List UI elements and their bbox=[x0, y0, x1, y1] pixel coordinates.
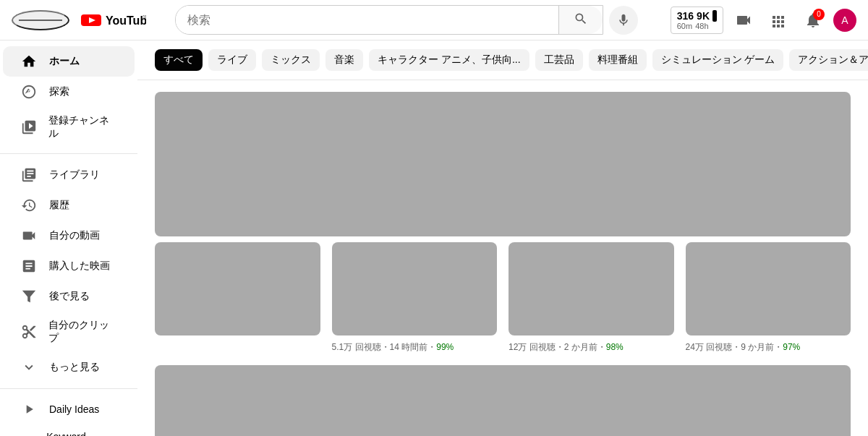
grid-icon bbox=[770, 12, 787, 29]
video-pct-1-2: 99% bbox=[436, 342, 454, 352]
chip-cooking[interactable]: 料理番組 bbox=[589, 49, 647, 71]
chip-mix[interactable]: ミックス bbox=[262, 49, 320, 71]
video-thumb-1-4 bbox=[686, 242, 851, 335]
upload-icon bbox=[735, 12, 752, 29]
explore-icon bbox=[20, 84, 38, 100]
upload-button[interactable] bbox=[729, 6, 758, 35]
grid-button[interactable] bbox=[764, 6, 793, 35]
sidebar-label-keyword-inspector: Keyword Inspector bbox=[46, 431, 117, 436]
sidebar-label-history: 履歴 bbox=[49, 199, 69, 212]
video-views-1-4: 24万 回視聴・9 か月前・ bbox=[686, 342, 783, 352]
stats-numbers: 316 9K 60m 48h bbox=[677, 10, 717, 30]
chip-action[interactable]: アクション＆アド... bbox=[789, 49, 868, 71]
home-icon bbox=[20, 54, 38, 69]
chip-music[interactable]: 音楽 bbox=[326, 49, 363, 71]
logo[interactable]: YouTube JP bbox=[81, 13, 146, 27]
library-icon bbox=[20, 167, 38, 183]
watchlater-icon bbox=[20, 288, 38, 304]
hamburger-button[interactable] bbox=[12, 10, 69, 30]
sidebar-item-explore[interactable]: 探索 bbox=[3, 77, 135, 107]
clips-icon bbox=[20, 324, 37, 340]
sidebar-label-clips: 自分のクリップ bbox=[48, 319, 117, 345]
mic-icon bbox=[616, 13, 631, 27]
sidebar-label-watchlater: 後で見る bbox=[49, 290, 90, 303]
search-bar bbox=[175, 5, 603, 35]
sidebar-item-keyword-inspector[interactable]: Keyword Inspector bbox=[3, 424, 135, 436]
header-left: YouTube JP bbox=[12, 10, 146, 30]
sidebar-item-library[interactable]: ライブラリ bbox=[3, 160, 135, 190]
video-info-1-4: 24万 回視聴・9 か月前・97% bbox=[686, 341, 851, 354]
video-thumb-1-3 bbox=[509, 242, 674, 335]
sidebar-item-subscriptions[interactable]: 登録チャンネル bbox=[3, 107, 135, 148]
video-views-1-3: 12万 回視聴・2 か月前・ bbox=[509, 342, 606, 352]
sidebar-item-history[interactable]: 履歴 bbox=[3, 190, 135, 221]
videos-section: 5.1万 回視聴・14 時間前・99% 12万 回視聴・2 か月前・98% bbox=[137, 80, 868, 436]
sidebar-item-more[interactable]: もっと見る bbox=[3, 352, 135, 382]
svg-text:JP: JP bbox=[142, 14, 146, 20]
chip-anime[interactable]: キャラクター アニメ、子供向... bbox=[369, 49, 529, 71]
sidebar-label-more: もっと見る bbox=[49, 361, 100, 374]
video-thumb-1-1 bbox=[155, 242, 320, 335]
video-card-1-4[interactable]: 24万 回視聴・9 か月前・97% bbox=[686, 242, 851, 354]
video-meta-1-2: 5.1万 回視聴・14 時間前・99% bbox=[332, 341, 498, 354]
sidebar-item-clips[interactable]: 自分のクリップ bbox=[3, 312, 135, 352]
chevron-down-icon bbox=[20, 359, 38, 375]
video-row-1: 5.1万 回視聴・14 時間前・99% 12万 回視聴・2 か月前・98% bbox=[155, 242, 851, 354]
chip-craft[interactable]: 工芸品 bbox=[535, 49, 583, 71]
main-layout: ホーム 探索 登録チャンネル ライブラリ bbox=[0, 40, 868, 436]
banner-video-thumb[interactable] bbox=[155, 92, 851, 236]
sidebar-label-library: ライブラリ bbox=[49, 168, 100, 181]
video-pct-1-4: 97% bbox=[783, 342, 800, 352]
sidebar-divider-2 bbox=[0, 388, 137, 389]
daily-ideas-icon bbox=[20, 402, 38, 416]
avatar-letter: A bbox=[841, 14, 848, 26]
chip-live[interactable]: ライブ bbox=[208, 49, 256, 71]
svg-text:YouTube: YouTube bbox=[106, 14, 146, 27]
stat-316: 316 bbox=[677, 10, 694, 22]
notification-button[interactable]: 0 bbox=[799, 6, 827, 35]
video-meta-1-4: 24万 回視聴・9 か月前・97% bbox=[686, 341, 851, 354]
filter-bar: すべて ライブ ミックス 音楽 キャラクター アニメ、子供向... 工芸品 料理… bbox=[137, 40, 868, 80]
sidebar-item-purchased[interactable]: 購入した映画 bbox=[3, 251, 135, 281]
video-card-1-1[interactable] bbox=[155, 242, 320, 354]
mic-button[interactable] bbox=[609, 6, 638, 35]
search-input[interactable] bbox=[176, 6, 558, 34]
video-pct-1-3: 98% bbox=[606, 342, 624, 352]
chip-all[interactable]: すべて bbox=[155, 49, 203, 71]
wide-video-thumb[interactable] bbox=[155, 365, 851, 436]
purchased-icon bbox=[20, 258, 38, 274]
stats-box: 316 9K 60m 48h bbox=[671, 7, 723, 34]
search-button[interactable] bbox=[558, 6, 603, 34]
sidebar-label-daily-ideas: Daily Ideas bbox=[49, 403, 99, 415]
sidebar: ホーム 探索 登録チャンネル ライブラリ bbox=[0, 40, 137, 436]
video-views-1-2: 5.1万 回視聴・14 時間前・ bbox=[332, 342, 437, 352]
stat-48h: 48h bbox=[695, 22, 708, 30]
search-icon bbox=[574, 12, 588, 26]
sidebar-item-home[interactable]: ホーム bbox=[3, 46, 135, 77]
notification-badge: 0 bbox=[813, 9, 825, 20]
header-right: 316 9K 60m 48h 0 bbox=[671, 6, 856, 35]
chip-simulation[interactable]: シミュレーション ゲーム bbox=[652, 49, 784, 71]
search-container bbox=[175, 5, 638, 35]
header: YouTube JP 316 9K bbox=[0, 0, 868, 40]
stat-badge bbox=[712, 10, 717, 22]
youtube-logo-icon: YouTube JP bbox=[81, 13, 146, 27]
video-info-1-2: 5.1万 回視聴・14 時間前・99% bbox=[332, 341, 498, 354]
stat-60m: 60m bbox=[677, 22, 692, 30]
sidebar-label-subscriptions: 登録チャンネル bbox=[48, 114, 117, 140]
sidebar-label-explore: 探索 bbox=[49, 85, 69, 98]
video-card-1-2[interactable]: 5.1万 回視聴・14 時間前・99% bbox=[332, 242, 498, 354]
main-content: すべて ライブ ミックス 音楽 キャラクター アニメ、子供向... 工芸品 料理… bbox=[137, 40, 868, 436]
video-card-1-3[interactable]: 12万 回視聴・2 か月前・98% bbox=[509, 242, 674, 354]
myvideos-icon bbox=[20, 228, 38, 244]
sidebar-label-purchased: 購入した映画 bbox=[49, 260, 110, 273]
sidebar-label-myvideos: 自分の動画 bbox=[49, 229, 100, 242]
sidebar-item-myvideos[interactable]: 自分の動画 bbox=[3, 221, 135, 251]
video-thumb-1-2 bbox=[332, 242, 498, 335]
sidebar-divider-1 bbox=[0, 153, 137, 154]
sidebar-item-watchlater[interactable]: 後で見る bbox=[3, 281, 135, 312]
avatar[interactable]: A bbox=[833, 9, 856, 32]
sidebar-item-daily-ideas[interactable]: Daily Ideas bbox=[3, 395, 135, 424]
video-meta-1-3: 12万 回視聴・2 か月前・98% bbox=[509, 341, 674, 354]
subscriptions-icon bbox=[20, 119, 37, 135]
